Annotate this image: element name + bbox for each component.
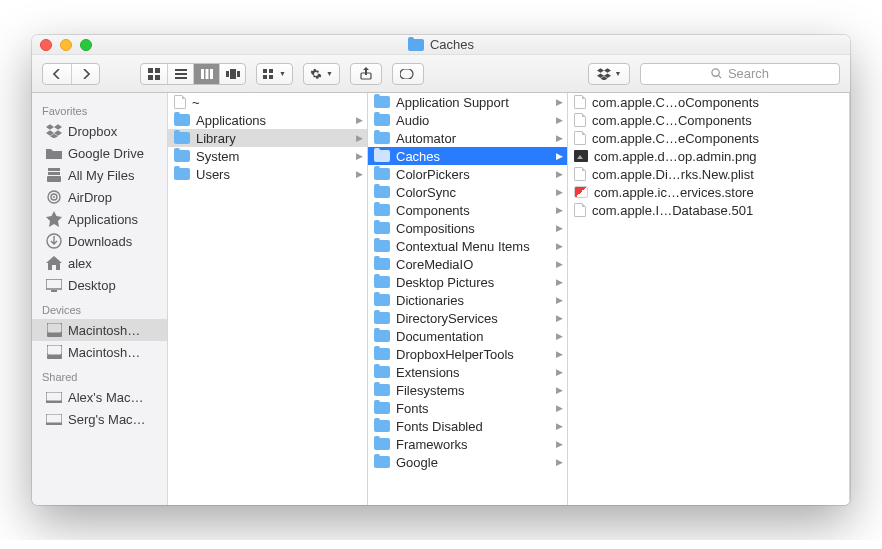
- chevron-right-icon: ▶: [556, 97, 563, 107]
- column-2[interactable]: Application Support▶Audio▶Automator▶Cach…: [368, 93, 568, 505]
- list-item[interactable]: Filesystems▶: [368, 381, 567, 399]
- sidebar-item[interactable]: Alex's Mac…: [32, 386, 167, 408]
- folder-icon: [374, 222, 390, 234]
- image-icon: [574, 150, 588, 162]
- list-item[interactable]: Contextual Menu Items▶: [368, 237, 567, 255]
- toolbar: ▼ ▼ ▼ Search: [32, 55, 850, 93]
- list-item-label: Audio: [396, 113, 551, 128]
- document-icon: [574, 203, 586, 217]
- list-item[interactable]: Google▶: [368, 453, 567, 471]
- list-item[interactable]: ColorPickers▶: [368, 165, 567, 183]
- chevron-right-icon: ▶: [556, 403, 563, 413]
- sidebar-item[interactable]: Google Drive: [32, 142, 167, 164]
- sidebar-item[interactable]: AirDrop: [32, 186, 167, 208]
- chevron-right-icon: ▶: [556, 259, 563, 269]
- list-item-label: Application Support: [396, 95, 551, 110]
- list-item[interactable]: Fonts▶: [368, 399, 567, 417]
- sidebar-item-label: AirDrop: [68, 190, 112, 205]
- tags-button[interactable]: [392, 63, 424, 85]
- view-column-button[interactable]: [193, 64, 219, 84]
- close-button[interactable]: [40, 39, 52, 51]
- sidebar-item[interactable]: Macintosh…: [32, 319, 167, 341]
- svg-rect-23: [47, 176, 61, 182]
- list-item-label: ~: [192, 95, 351, 110]
- list-item-label: Automator: [396, 131, 551, 146]
- list-item-label: com.apple.C…Components: [592, 113, 833, 128]
- list-item[interactable]: ~: [168, 93, 367, 111]
- folder-icon: [374, 348, 390, 360]
- disk-icon: [46, 322, 62, 338]
- arrange-button[interactable]: ▼: [256, 63, 293, 85]
- search-input[interactable]: Search: [640, 63, 840, 85]
- list-item[interactable]: System▶: [168, 147, 367, 165]
- chevron-right-icon: ▶: [556, 133, 563, 143]
- all-files-icon: [46, 167, 62, 183]
- list-item[interactable]: Automator▶: [368, 129, 567, 147]
- list-item[interactable]: Components▶: [368, 201, 567, 219]
- list-item[interactable]: com.apple.C…oComponents: [568, 93, 849, 111]
- sidebar-item-label: Macintosh…: [68, 345, 140, 360]
- list-item[interactable]: Fonts Disabled▶: [368, 417, 567, 435]
- svg-rect-6: [175, 77, 187, 79]
- list-item[interactable]: Users▶: [168, 165, 367, 183]
- sidebar-item-label: Macintosh…: [68, 323, 140, 338]
- list-item[interactable]: CoreMediaIO▶: [368, 255, 567, 273]
- list-item[interactable]: DropboxHelperTools▶: [368, 345, 567, 363]
- list-item[interactable]: com.apple.C…Components: [568, 111, 849, 129]
- list-item[interactable]: Application Support▶: [368, 93, 567, 111]
- list-item[interactable]: com.apple.C…eComponents: [568, 129, 849, 147]
- folder-icon: [174, 114, 190, 126]
- view-icon-button[interactable]: [141, 64, 167, 84]
- search-placeholder: Search: [728, 66, 769, 81]
- svg-rect-15: [263, 75, 267, 79]
- chevron-down-icon: ▼: [615, 70, 622, 77]
- downloads-icon: [46, 233, 62, 249]
- sidebar-item[interactable]: All My Files: [32, 164, 167, 186]
- back-button[interactable]: [43, 64, 71, 84]
- sidebar-item-label: Google Drive: [68, 146, 144, 161]
- list-item[interactable]: Library▶: [168, 129, 367, 147]
- sidebar-item[interactable]: Dropbox: [32, 120, 167, 142]
- list-item[interactable]: Frameworks▶: [368, 435, 567, 453]
- list-item[interactable]: Dictionaries▶: [368, 291, 567, 309]
- action-menu-button[interactable]: ▼: [303, 63, 340, 85]
- view-cover-button[interactable]: [219, 64, 245, 84]
- list-item[interactable]: Applications▶: [168, 111, 367, 129]
- share-button[interactable]: [350, 63, 382, 85]
- list-item[interactable]: Desktop Pictures▶: [368, 273, 567, 291]
- list-item[interactable]: com.apple.Di…rks.New.plist: [568, 165, 849, 183]
- zoom-button[interactable]: [80, 39, 92, 51]
- chevron-right-icon: ▶: [556, 421, 563, 431]
- list-item-label: DirectoryServices: [396, 311, 551, 326]
- sidebar-item[interactable]: Desktop: [32, 274, 167, 296]
- list-item[interactable]: Extensions▶: [368, 363, 567, 381]
- list-item[interactable]: com.apple.d…op.admin.png: [568, 147, 849, 165]
- list-item[interactable]: Compositions▶: [368, 219, 567, 237]
- minimize-button[interactable]: [60, 39, 72, 51]
- sidebar-item[interactable]: Downloads: [32, 230, 167, 252]
- column-3[interactable]: com.apple.C…oComponentscom.apple.C…Compo…: [568, 93, 850, 505]
- dropbox-toolbar-button[interactable]: ▼: [588, 63, 630, 85]
- list-item[interactable]: ColorSync▶: [368, 183, 567, 201]
- sidebar-item[interactable]: Serg's Mac…: [32, 408, 167, 430]
- column-1[interactable]: ~Applications▶Library▶System▶Users▶: [168, 93, 368, 505]
- folder-icon: [374, 456, 390, 468]
- list-item[interactable]: com.apple.I…Database.501: [568, 201, 849, 219]
- view-list-button[interactable]: [167, 64, 193, 84]
- folder-icon: [374, 366, 390, 378]
- forward-button[interactable]: [71, 64, 99, 84]
- folder-icon: [374, 420, 390, 432]
- list-item[interactable]: Documentation▶: [368, 327, 567, 345]
- list-item[interactable]: Caches▶: [368, 147, 567, 165]
- list-item[interactable]: com.apple.ic…ervices.store: [568, 183, 849, 201]
- folder-icon: [374, 438, 390, 450]
- list-item-label: com.apple.d…op.admin.png: [594, 149, 833, 164]
- list-item[interactable]: DirectoryServices▶: [368, 309, 567, 327]
- sidebar-item[interactable]: Applications: [32, 208, 167, 230]
- sidebar-item[interactable]: alex: [32, 252, 167, 274]
- list-item-label: Google: [396, 455, 551, 470]
- chevron-right-icon: ▶: [556, 385, 563, 395]
- sidebar-item[interactable]: Macintosh…: [32, 341, 167, 363]
- folder-icon: [174, 168, 190, 180]
- list-item[interactable]: Audio▶: [368, 111, 567, 129]
